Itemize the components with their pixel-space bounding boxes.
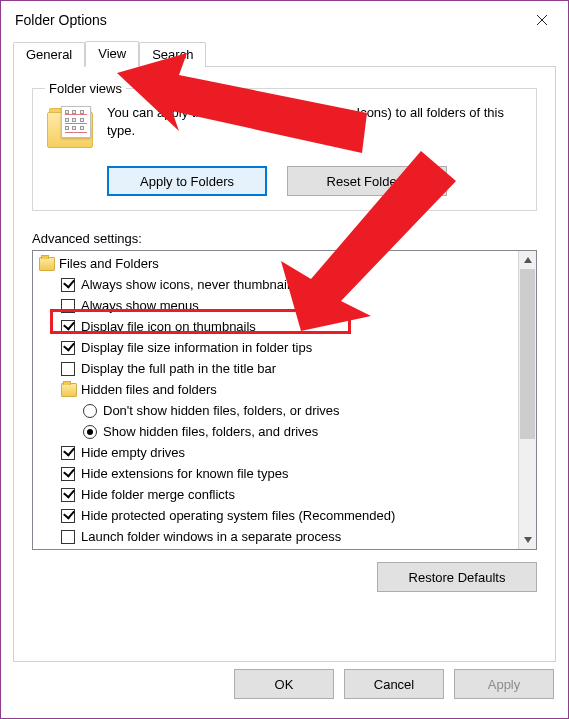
tree-option-11[interactable]: Hide protected operating system files (R… <box>33 505 518 526</box>
tree-option-label: Hide folder merge conflicts <box>81 487 235 502</box>
checkbox-icon <box>61 341 75 355</box>
checkbox-icon <box>61 446 75 460</box>
tree-option-label: Hide extensions for known file types <box>81 466 288 481</box>
tree-option-label: Don't show hidden files, folders, or dri… <box>103 403 340 418</box>
radio-icon <box>83 425 97 439</box>
scroll-down-button[interactable] <box>519 531 536 549</box>
folder-options-window: Folder Options General View Search Folde… <box>0 0 569 719</box>
checkbox-icon <box>61 488 75 502</box>
tab-view[interactable]: View <box>85 41 139 67</box>
folder-views-group: Folder views You can apply this view (su… <box>32 81 537 211</box>
tab-search[interactable]: Search <box>139 42 206 67</box>
checkbox-icon <box>61 467 75 481</box>
tree-option-2[interactable]: Display file icon on thumbnails <box>33 316 518 337</box>
tree-option-3[interactable]: Display file size information in folder … <box>33 337 518 358</box>
tree-option-label: Hide empty drives <box>81 445 185 460</box>
cancel-button[interactable]: Cancel <box>344 669 444 699</box>
svg-marker-3 <box>524 537 532 543</box>
apply-button[interactable]: Apply <box>454 669 554 699</box>
folder-icon <box>39 257 55 271</box>
close-button[interactable] <box>520 5 564 35</box>
reset-folders-button[interactable]: Reset Folders <box>287 166 447 196</box>
scroll-up-button[interactable] <box>519 251 536 269</box>
tree-option-8[interactable]: Hide empty drives <box>33 442 518 463</box>
folder-views-legend: Folder views <box>45 81 126 96</box>
tab-general[interactable]: General <box>13 42 85 67</box>
chevron-up-icon <box>524 257 532 263</box>
tree-option-7[interactable]: Show hidden files, folders, and drives <box>33 421 518 442</box>
tree-option-label: Launch folder windows in a separate proc… <box>81 529 341 544</box>
window-title: Folder Options <box>15 12 520 28</box>
checkbox-icon <box>61 509 75 523</box>
tree-option-10[interactable]: Hide folder merge conflicts <box>33 484 518 505</box>
tree-option-label: Display file size information in folder … <box>81 340 312 355</box>
folder-views-icon <box>45 106 97 156</box>
folder-icon <box>61 383 77 397</box>
scrollbar[interactable] <box>518 251 536 549</box>
radio-icon <box>83 404 97 418</box>
apply-to-folders-button[interactable]: Apply to Folders <box>107 166 267 196</box>
tree-option-12[interactable]: Launch folder windows in a separate proc… <box>33 526 518 547</box>
tree-option-label: Always show menus <box>81 298 199 313</box>
folder-views-description: You can apply this view (such as Details… <box>107 104 524 139</box>
dialog-buttons: OK Cancel Apply <box>1 662 568 718</box>
tree-option-4[interactable]: Display the full path in the title bar <box>33 358 518 379</box>
checkbox-icon <box>61 278 75 292</box>
checkbox-icon <box>61 320 75 334</box>
tab-page-view: Folder views You can apply this view (su… <box>13 67 556 662</box>
tree-option-label: Hidden files and folders <box>81 382 217 397</box>
advanced-settings-tree[interactable]: Files and FoldersAlways show icons, neve… <box>32 250 537 550</box>
advanced-settings-label: Advanced settings: <box>32 231 537 246</box>
checkbox-icon <box>61 530 75 544</box>
chevron-down-icon <box>524 537 532 543</box>
tree-option-1[interactable]: Always show menus <box>33 295 518 316</box>
svg-marker-2 <box>524 257 532 263</box>
tree-option-6[interactable]: Don't show hidden files, folders, or dri… <box>33 400 518 421</box>
tree-option-label: Display file icon on thumbnails <box>81 319 256 334</box>
titlebar: Folder Options <box>1 1 568 39</box>
tree-subgroup-5: Hidden files and folders <box>33 379 518 400</box>
tree-option-0[interactable]: Always show icons, never thumbnails <box>33 274 518 295</box>
checkbox-icon <box>61 362 75 376</box>
tabstrip: General View Search <box>13 39 556 67</box>
ok-button[interactable]: OK <box>234 669 334 699</box>
tree-group-label: Files and Folders <box>59 256 159 271</box>
close-icon <box>536 14 548 26</box>
tree-option-9[interactable]: Hide extensions for known file types <box>33 463 518 484</box>
restore-defaults-button[interactable]: Restore Defaults <box>377 562 537 592</box>
tree-option-label: Show hidden files, folders, and drives <box>103 424 318 439</box>
tree-option-label: Display the full path in the title bar <box>81 361 276 376</box>
tree-group-files-and-folders: Files and Folders <box>33 253 518 274</box>
tree-option-label: Hide protected operating system files (R… <box>81 508 395 523</box>
scroll-thumb[interactable] <box>520 269 535 439</box>
tree-option-label: Always show icons, never thumbnails <box>81 277 296 292</box>
checkbox-icon <box>61 299 75 313</box>
